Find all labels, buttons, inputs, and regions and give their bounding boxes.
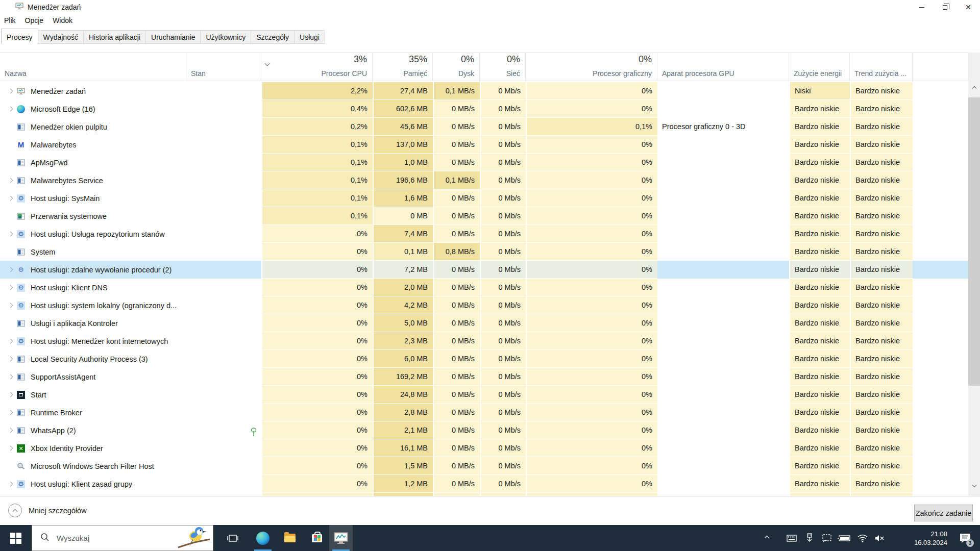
wireless-display-icon[interactable] <box>819 525 835 551</box>
table-row[interactable]: ✕Xbox Identity Provider0%16,1 MB0 MB/s0 … <box>0 439 968 457</box>
column-header-name[interactable]: Nazwa <box>0 67 186 81</box>
taskbar-store-button[interactable] <box>305 525 329 551</box>
taskbar-explorer-button[interactable] <box>278 525 302 551</box>
column-header-power-trend[interactable]: Trend zużycia ... <box>850 67 913 81</box>
menu-item-plik[interactable]: Plik <box>4 15 21 26</box>
table-row[interactable]: ⚙Host usługi: Klient zasad grupy0%1,2 MB… <box>0 475 968 493</box>
taskbar-clock[interactable]: 21:08 16.03.2024 <box>899 525 950 551</box>
expand-chevron-icon[interactable] <box>8 232 13 237</box>
scrollbar-up-icon[interactable] <box>968 82 980 95</box>
volume-muted-icon[interactable] <box>871 525 888 551</box>
gpu-engine-cell <box>657 261 789 279</box>
vertical-scrollbar[interactable] <box>968 53 980 496</box>
column-header-cpu[interactable]: Procesor CPU <box>261 67 373 81</box>
column-header-status[interactable]: Stan <box>186 67 261 81</box>
column-header-disk[interactable]: Dysk <box>433 67 480 81</box>
table-row[interactable]: Local Security Authority Process (3)0%6,… <box>0 350 968 368</box>
table-row[interactable]: Menedżer okien pulpitu0,2%45,6 MB0 MB/s0… <box>0 118 968 136</box>
gpu-cell: 0% <box>526 100 657 118</box>
expand-chevron-icon[interactable] <box>8 482 13 487</box>
end-task-button[interactable]: Zakończ zadanie <box>914 505 973 521</box>
menu-item-opcje[interactable]: Opcje <box>25 15 49 26</box>
task-view-button[interactable] <box>224 525 242 551</box>
tab-wydajnosc[interactable]: Wydajność <box>38 30 84 44</box>
table-row-selected[interactable]: ⚙Host usługi: zdalne wywołanie procedur … <box>0 261 968 279</box>
table-row[interactable]: Malwarebytes Service0,1%196,6 MB0,1 MB/s… <box>0 171 968 189</box>
table-row[interactable]: WhatsApp (2)0%2,1 MB0 MB/s0 Mb/s0%Bardzo… <box>0 421 968 439</box>
column-header-memory[interactable]: Pamięć <box>373 67 433 81</box>
memory-cell: 4,2 MB <box>373 296 433 314</box>
usb-eject-icon[interactable] <box>801 525 818 551</box>
table-row[interactable]: Start0%24,8 MB0 MB/s0 Mb/s0%Bardzo niski… <box>0 386 968 404</box>
expand-chevron-icon[interactable] <box>8 392 13 397</box>
action-center-button[interactable]: 3 <box>953 525 977 551</box>
column-header-network[interactable]: Sieć <box>480 67 526 81</box>
expand-chevron-icon[interactable] <box>8 267 13 272</box>
disk-cell: 0 MB/s <box>433 457 480 475</box>
minimize-button[interactable] <box>910 0 933 14</box>
column-header-gpu-engine[interactable]: Aparat procesora GPU <box>657 67 789 81</box>
expand-chevron-icon[interactable] <box>8 446 13 451</box>
table-row[interactable]: Usługi i aplikacja Kontroler0%5,0 MB0 MB… <box>0 314 968 332</box>
table-row[interactable]: Microsoft Windows Search Filter Host0%1,… <box>0 457 968 475</box>
disk-cell: 0,1 MB/s <box>433 82 480 100</box>
expand-chevron-icon[interactable] <box>8 178 13 183</box>
process-name-cell: Microsoft Edge (16) <box>0 100 186 118</box>
tab-uslugi[interactable]: Usługi <box>295 30 325 44</box>
gpu-cell: 0% <box>526 136 657 154</box>
table-row[interactable]: ⚙Host usługi: Menedżer kont internetowyc… <box>0 332 968 350</box>
taskbar-task-manager-button[interactable] <box>329 525 353 551</box>
column-header-power[interactable]: Zużycie energii <box>789 67 850 81</box>
table-row[interactable]: Runtime Broker0%2,8 MB0 MB/s0 Mb/s0%Bard… <box>0 404 968 421</box>
gpu-engine-cell <box>657 386 789 404</box>
tray-show-hidden-icons[interactable] <box>757 525 776 551</box>
scrollbar-down-icon[interactable] <box>968 479 980 492</box>
scrollbar-thumb[interactable] <box>968 97 980 386</box>
expand-chevron-icon[interactable] <box>8 339 13 344</box>
table-row[interactable]: SupportAssistAgent0%169,2 MB0 MB/s0 Mb/s… <box>0 368 968 386</box>
wifi-icon[interactable] <box>854 525 871 551</box>
disk-total-header[interactable]: 0% <box>433 53 480 67</box>
restore-button[interactable] <box>933 0 957 14</box>
table-row[interactable]: ⚙Host usługi: system lokalny (ograniczon… <box>0 296 968 314</box>
table-row[interactable]: ⚙Host usługi: Usługa repozytorium stanów… <box>0 225 968 243</box>
table-row[interactable]: Menedżer zadań2,2%27,4 MB0,1 MB/s0 Mb/s0… <box>0 82 968 100</box>
column-header-gpu[interactable]: Procesor graficzny <box>526 67 657 81</box>
process-name-cell: Usługi i aplikacja Kontroler <box>0 314 186 332</box>
taskbar-edge-button[interactable] <box>251 525 275 551</box>
power-cell: Bardzo niskie <box>789 296 850 314</box>
network-total-header[interactable]: 0% <box>480 53 526 67</box>
expand-chevron-icon[interactable] <box>8 196 13 201</box>
cpu-total-header[interactable]: 3% <box>261 53 373 67</box>
menu-item-widok[interactable]: Widok <box>53 15 78 26</box>
gpu-total-header[interactable]: 0% <box>526 53 657 67</box>
expand-chevron-icon[interactable] <box>8 410 13 415</box>
start-button[interactable] <box>0 525 32 551</box>
network-cell: 0 Mb/s <box>480 296 526 314</box>
expand-chevron-icon[interactable] <box>8 428 13 433</box>
tab-procesy[interactable]: Procesy <box>1 29 38 44</box>
memory-total-header[interactable]: 35% <box>373 53 433 67</box>
expand-chevron-icon[interactable] <box>8 374 13 380</box>
table-row[interactable]: ApMsgFwd0,1%1,0 MB0 MB/s0 Mb/s0%Bardzo n… <box>0 154 968 171</box>
table-row[interactable]: System0%0,1 MB0,8 MB/s0 Mb/s0%Bardzo nis… <box>0 243 968 261</box>
expand-chevron-icon[interactable] <box>8 357 13 362</box>
table-row[interactable]: Microsoft Edge (16)0,4%602,6 MB0 MB/s0 M… <box>0 100 968 118</box>
taskbar-search-input[interactable]: Wyszukaj <box>32 525 213 551</box>
touch-keyboard-icon[interactable] <box>783 525 800 551</box>
table-row[interactable]: Przerwania systemowe0,1%0 MB0 MB/s0 Mb/s… <box>0 207 968 225</box>
table-row[interactable]: MMalwarebytes0,1%137,0 MB0 MB/s0 Mb/s0%B… <box>0 136 968 154</box>
tab-uruchamianie[interactable]: Uruchamianie <box>146 30 201 44</box>
table-row[interactable]: ⚙Host usługi: SysMain0,1%1,6 MB0 MB/s0 M… <box>0 189 968 207</box>
tab-historia-aplikacji[interactable]: Historia aplikacji <box>84 30 146 44</box>
battery-charging-icon[interactable] <box>835 525 853 551</box>
expand-chevron-icon[interactable] <box>8 303 13 308</box>
expand-chevron-icon[interactable] <box>8 107 13 112</box>
tab-uzytkownicy[interactable]: Użytkownicy <box>201 30 251 44</box>
close-button[interactable]: ✕ <box>957 0 980 14</box>
expand-chevron-icon[interactable] <box>8 285 13 290</box>
table-row[interactable]: ⚙Host usługi: Klient DNS0%2,0 MB0 MB/s0 … <box>0 279 968 296</box>
tab-szczegoly[interactable]: Szczegóły <box>251 30 295 44</box>
less-details-button[interactable]: Mniej szczegółów <box>8 504 87 517</box>
expand-chevron-icon[interactable] <box>8 89 13 94</box>
